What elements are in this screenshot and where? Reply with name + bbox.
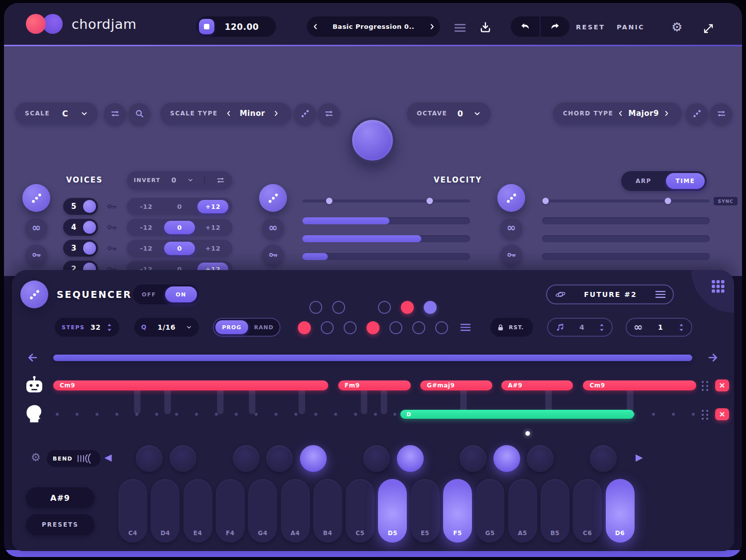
key-F5[interactable]: F5 [443, 479, 472, 543]
offset-option-+12[interactable]: +12 [197, 221, 228, 234]
octave-left-triangle[interactable]: ◀ [104, 453, 112, 462]
key-A5[interactable]: A5 [508, 479, 537, 543]
key-D6[interactable]: D6 [606, 479, 635, 543]
master-knob[interactable] [350, 117, 395, 163]
settings-gear-icon[interactable]: ⚙ [671, 21, 682, 33]
chevron-right-icon[interactable] [661, 108, 672, 119]
chord-block-A#9[interactable]: A#9 [501, 380, 573, 390]
time-infinity-button[interactable]: ∞ [500, 217, 522, 239]
voice-toggle[interactable]: 5 [63, 198, 98, 215]
quantize-selector[interactable]: Q 1/16 [134, 318, 199, 337]
resize-icon[interactable] [703, 23, 714, 34]
bend-button[interactable]: BEND [47, 450, 100, 467]
voices-infinity-button[interactable]: ∞ [25, 217, 47, 239]
pad-5[interactable] [363, 445, 390, 472]
voice-toggle[interactable]: 4 [63, 219, 98, 236]
preset-name[interactable]: Basic Progression 0.. [324, 23, 423, 30]
stop-button[interactable] [199, 19, 214, 34]
key-E4[interactable]: E4 [184, 479, 212, 543]
pad-2[interactable] [233, 445, 260, 472]
prog-option[interactable]: PROG [215, 320, 248, 334]
velocity-lock-key-button[interactable] [262, 244, 284, 266]
arp-option[interactable]: ARP [621, 178, 666, 185]
sequencer-randomize-dice-button[interactable] [20, 280, 48, 308]
prog-rand-toggle[interactable]: PROG RAND [213, 318, 280, 337]
note-drag-handle[interactable] [701, 409, 709, 421]
pad-3[interactable] [266, 445, 293, 472]
pattern-menu-icon[interactable] [460, 323, 471, 331]
velocity-range-slider[interactable] [302, 199, 470, 202]
robot-icon[interactable] [24, 375, 45, 394]
scale-type-selector[interactable]: SCALE TYPE Minor [160, 102, 291, 125]
voice-level-knob[interactable] [83, 221, 96, 234]
key-D4[interactable]: D4 [151, 479, 180, 543]
step-dot[interactable] [401, 301, 414, 314]
pad-4[interactable] [300, 445, 327, 472]
chord-drag-handle[interactable] [701, 380, 709, 392]
up-down-stepper-icon[interactable] [678, 323, 684, 332]
voice-toggle[interactable]: 3 [63, 240, 98, 257]
step-dot[interactable] [435, 321, 448, 334]
timeline-left-arrow[interactable] [27, 352, 39, 364]
key-A4[interactable]: A4 [281, 479, 310, 543]
chevron-left-icon[interactable] [615, 108, 626, 119]
invert-swap-icon[interactable] [216, 176, 225, 185]
chevron-right-icon[interactable] [271, 108, 281, 119]
step-dot[interactable] [298, 321, 311, 334]
step-dot[interactable] [332, 301, 345, 314]
rhythm-stepper[interactable]: 4 [547, 318, 613, 337]
undo-button[interactable] [511, 16, 540, 37]
scale-type-dice-button[interactable] [294, 102, 316, 124]
key-B4[interactable]: B4 [313, 479, 342, 543]
time-option[interactable]: TIME [666, 173, 705, 189]
step-dot[interactable] [424, 301, 437, 314]
offset-option-0[interactable]: 0 [164, 242, 195, 255]
voices-lock-key-button[interactable] [25, 244, 47, 266]
timeline-right-arrow[interactable] [707, 352, 719, 364]
time-randomize-dice-button[interactable] [497, 184, 525, 212]
up-down-stepper-icon[interactable] [106, 323, 112, 332]
voices-randomize-dice-button[interactable] [22, 184, 50, 212]
head-silhouette-icon[interactable] [25, 404, 42, 424]
arp-time-toggle[interactable]: ARP TIME [621, 171, 707, 191]
chord-block-G#maj9[interactable]: G#maj9 [420, 380, 492, 390]
loop-stepper[interactable]: ∞ 1 [626, 318, 692, 337]
sequencer-power-toggle[interactable]: OFF ON [133, 284, 199, 304]
level-bar[interactable] [302, 235, 470, 242]
level-bar[interactable] [302, 217, 470, 224]
scale-type-swap-button[interactable] [318, 102, 340, 124]
level-bar[interactable] [542, 253, 710, 260]
chord-delete-button[interactable]: × [715, 379, 729, 391]
slider-handle[interactable] [664, 198, 671, 204]
chord-type-swap-button[interactable] [710, 102, 732, 124]
step-dot[interactable] [378, 301, 391, 314]
reset-button[interactable]: RESET [576, 23, 605, 31]
time-range-slider[interactable] [542, 199, 710, 202]
level-bar[interactable] [542, 217, 710, 224]
scale-swap-button[interactable] [104, 102, 126, 124]
step-dot[interactable] [367, 321, 379, 334]
chord-block-Cm9[interactable]: Cm9 [583, 380, 696, 390]
voice-level-knob[interactable] [83, 200, 96, 213]
slider-handle[interactable] [542, 198, 549, 204]
playhead-dot[interactable] [526, 431, 530, 436]
velocity-infinity-button[interactable]: ∞ [262, 217, 284, 239]
step-dot[interactable] [309, 301, 322, 314]
chord-block-Fm9[interactable]: Fm9 [338, 380, 411, 390]
scale-selector[interactable]: SCALE C [15, 102, 98, 125]
voice-level-knob[interactable] [83, 242, 96, 255]
pad-1[interactable] [170, 445, 196, 472]
scale-search-button[interactable] [128, 102, 150, 124]
note-delete-button[interactable]: × [715, 408, 729, 420]
slider-handle[interactable] [326, 198, 332, 204]
key-G4[interactable]: G4 [248, 479, 277, 543]
key-C6[interactable]: C6 [573, 479, 602, 543]
level-bar[interactable] [302, 253, 470, 260]
bend-gear-icon[interactable]: ⚙ [31, 452, 41, 463]
bpm-value[interactable]: 120.00 [214, 22, 276, 32]
off-option[interactable]: OFF [133, 291, 165, 298]
pad-9[interactable] [527, 445, 554, 472]
chord-type-selector[interactable]: CHORD TYPE Major9 [553, 102, 682, 125]
sequencer-preset-selector[interactable]: FUTURE #2 [546, 284, 674, 304]
key-F4[interactable]: F4 [216, 479, 245, 543]
